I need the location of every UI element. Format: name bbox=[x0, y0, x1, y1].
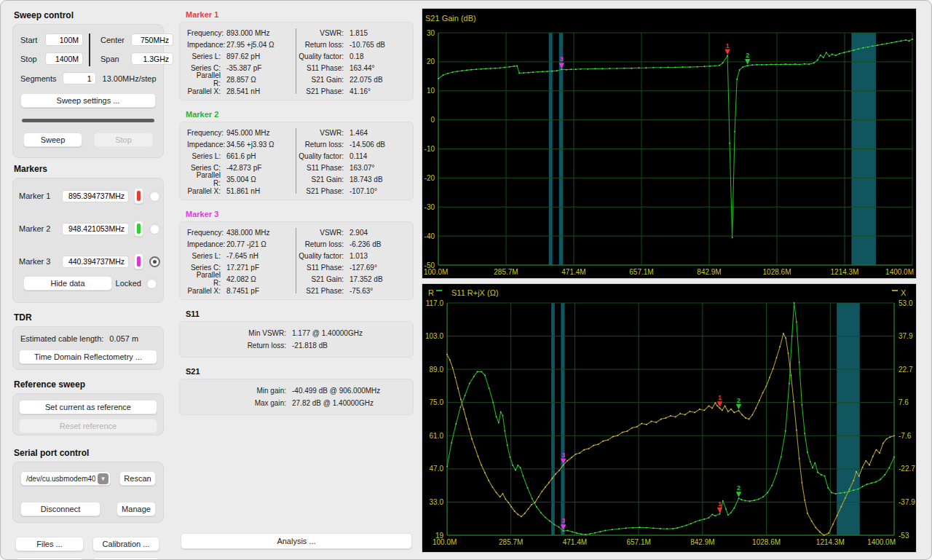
data-row: Parallel X:8.7451 pF bbox=[187, 285, 296, 296]
analysis-button[interactable]: Analysis ... bbox=[181, 533, 412, 549]
band-highlight bbox=[561, 303, 564, 535]
svg-text:61.0: 61.0 bbox=[430, 432, 444, 440]
serial-port-value: /dev/cu.usbmodem4001 bbox=[26, 475, 95, 483]
data-row: Return loss:-10.765 dB bbox=[296, 39, 406, 50]
manage-button[interactable]: Manage bbox=[116, 502, 156, 516]
data-row: VSWR:1.464 bbox=[296, 127, 406, 138]
data-row: Return loss:-6.236 dB bbox=[296, 238, 406, 250]
marker-3-color-swatch[interactable] bbox=[134, 253, 143, 269]
min-gain-value: -40.499 dB @ 906.000MHz bbox=[292, 387, 380, 395]
s11-rjx-chart[interactable]: 112233117.0103.089.075.061.047.033.01953… bbox=[422, 283, 917, 553]
svg-text:10: 10 bbox=[427, 87, 435, 95]
max-gain-label: Max gain: bbox=[187, 399, 286, 407]
min-vswr-value: 1.177 @ 1.40000GHz bbox=[292, 329, 363, 337]
stop-input[interactable] bbox=[45, 52, 83, 65]
data-row: S21 Phase:-75.63° bbox=[296, 285, 406, 296]
start-input[interactable] bbox=[45, 33, 83, 46]
data-row: Parallel X:28.541 nH bbox=[187, 85, 296, 97]
marker-3-frequency-input[interactable] bbox=[62, 256, 129, 268]
marker-2-select-radio[interactable] bbox=[149, 224, 160, 234]
svg-text:3: 3 bbox=[561, 517, 565, 524]
files-button[interactable]: Files ... bbox=[15, 537, 84, 551]
serial-port-title: Serial port control bbox=[14, 448, 174, 458]
segments-input[interactable] bbox=[63, 72, 96, 84]
s21-gain-chart[interactable]: 1233020100-10-20-30-40-50100.0M285.7M471… bbox=[422, 8, 917, 279]
marker-1-color-swatch[interactable] bbox=[134, 188, 143, 204]
reset-reference-button: Reset reference bbox=[19, 419, 157, 433]
data-row: Min VSWR: 1.177 @ 1.40000GHz bbox=[187, 327, 406, 339]
set-reference-button[interactable]: Set current as reference bbox=[19, 400, 157, 414]
s21-summary-panel: Min gain: -40.499 dB @ 906.000MHz Max ga… bbox=[179, 379, 414, 415]
marker-1-frequency-input[interactable] bbox=[62, 190, 129, 202]
svg-text:100.0M: 100.0M bbox=[433, 538, 457, 546]
data-row: S21 Phase:41.16° bbox=[296, 85, 406, 97]
data-row: Frequency:893.000 MHz bbox=[187, 27, 296, 39]
data-row: Series L:897.62 pH bbox=[187, 50, 296, 62]
s21-gain-trace bbox=[438, 39, 912, 237]
svg-text:1400.0M: 1400.0M bbox=[867, 538, 896, 546]
svg-text:33.0: 33.0 bbox=[430, 498, 444, 506]
sweep-control-box: Start Center Stop Span Segments 13.00MHz… bbox=[12, 24, 164, 158]
return-loss-value: -21.818 dB bbox=[292, 342, 328, 350]
chart-marker-2 bbox=[736, 404, 742, 410]
marker-1-select-radio[interactable] bbox=[149, 191, 160, 202]
sweep-settings-button[interactable]: Sweep settings ... bbox=[20, 93, 156, 108]
s11-summary-panel: Min VSWR: 1.177 @ 1.40000GHz Return loss… bbox=[179, 321, 414, 358]
reference-sweep-title: Reference sweep bbox=[14, 379, 174, 390]
marker-row: Marker 1 bbox=[19, 188, 157, 201]
svg-text:30: 30 bbox=[427, 29, 435, 37]
calibration-button[interactable]: Calibration ... bbox=[92, 537, 159, 551]
tdr-button[interactable]: Time Domain Reflectometry ... bbox=[19, 350, 157, 364]
data-row: Series L:661.6 pH bbox=[187, 150, 296, 162]
data-row: Quality factor:0.18 bbox=[296, 50, 406, 62]
svg-text:1214.3M: 1214.3M bbox=[831, 268, 859, 276]
data-row: Parallel R:35.004 Ω bbox=[187, 173, 296, 185]
marker-3-panel-title: Marker 3 bbox=[186, 210, 414, 218]
svg-text:0: 0 bbox=[430, 116, 435, 124]
svg-text:2: 2 bbox=[746, 52, 749, 59]
svg-text:-40: -40 bbox=[424, 232, 435, 240]
data-row: VSWR:1.815 bbox=[296, 27, 406, 39]
svg-text:7.6: 7.6 bbox=[899, 398, 909, 406]
data-row: VSWR:2.904 bbox=[296, 226, 406, 238]
marker-2-label: Marker 2 bbox=[19, 224, 57, 233]
svg-text:842.9M: 842.9M bbox=[697, 268, 721, 276]
svg-text:S21 Gain (dB): S21 Gain (dB) bbox=[425, 14, 476, 23]
svg-text:-22.7: -22.7 bbox=[899, 465, 915, 473]
svg-text:103.0: 103.0 bbox=[425, 332, 443, 340]
data-row: Parallel R:28.857 Ω bbox=[187, 74, 296, 85]
s11-section-title: S11 bbox=[186, 309, 414, 318]
reference-sweep-box: Set current as reference Reset reference bbox=[12, 393, 164, 435]
sweep-button[interactable]: Sweep bbox=[23, 133, 82, 147]
data-row: Frequency:945.000 MHz bbox=[187, 127, 296, 138]
locked-toggle[interactable] bbox=[146, 278, 157, 289]
serial-port-select[interactable]: /dev/cu.usbmodem4001 ▾ bbox=[20, 471, 111, 486]
marker-3-select-radio[interactable] bbox=[149, 256, 160, 267]
marker-data-column: Marker 1 Frequency:893.000 MHzImpedance:… bbox=[179, 1, 414, 560]
svg-text:X: X bbox=[901, 288, 907, 297]
data-row: S11 Phase:-127.69° bbox=[296, 261, 406, 273]
display-setup-button[interactable]: Display setup ... bbox=[15, 557, 84, 560]
svg-text:1400.0M: 1400.0M bbox=[885, 268, 914, 276]
marker-2-color-swatch[interactable] bbox=[134, 221, 143, 237]
data-row: S21 Phase:-107.10° bbox=[296, 185, 406, 197]
data-row: S21 Gain:17.352 dB bbox=[296, 273, 406, 285]
span-input[interactable] bbox=[131, 52, 173, 65]
markers-title: Markers bbox=[14, 164, 174, 174]
center-input[interactable] bbox=[131, 33, 173, 46]
disconnect-button[interactable]: Disconnect bbox=[20, 502, 100, 516]
marker-2-data-panel: Frequency:945.000 MHzImpedance:34.56 +j3… bbox=[179, 122, 414, 200]
sweep-progress-bar bbox=[22, 119, 154, 122]
data-row: Parallel R:42.082 Ω bbox=[187, 273, 296, 285]
marker-3-label: Marker 3 bbox=[19, 257, 57, 266]
marker-row: Marker 2 bbox=[19, 221, 157, 234]
svg-text:-30: -30 bbox=[424, 203, 435, 211]
chevron-down-icon: ▾ bbox=[98, 473, 108, 484]
marker-2-frequency-input[interactable] bbox=[62, 223, 129, 235]
about-button[interactable]: About ... bbox=[92, 557, 159, 560]
data-row: Frequency:438.000 MHz bbox=[187, 226, 296, 238]
rescan-button[interactable]: Rescan bbox=[119, 471, 156, 486]
data-row: Max gain: 27.82 dB @ 1.40000GHz bbox=[187, 397, 406, 409]
svg-text:-37.9: -37.9 bbox=[899, 498, 915, 506]
hide-data-button[interactable]: Hide data bbox=[23, 276, 112, 291]
